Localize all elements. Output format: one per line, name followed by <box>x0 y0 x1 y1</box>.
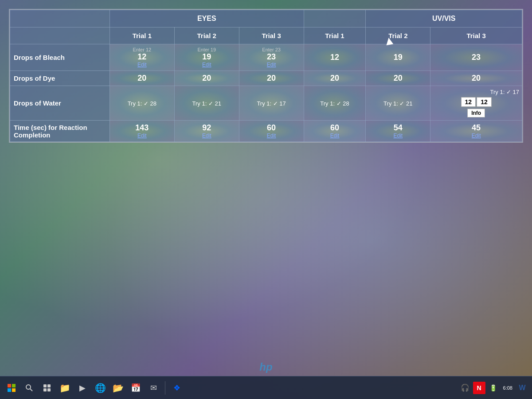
battery-icon[interactable]: 🔋 <box>487 382 500 394</box>
water-uvvis-t1: Try 1: ✓ 28 <box>304 86 366 121</box>
taskbar-separator <box>165 381 165 395</box>
water-uvvis-t3-box1[interactable]: 12 <box>461 97 476 107</box>
time-eyes-t1-edit[interactable]: Edit <box>113 133 171 139</box>
start-button[interactable] <box>4 380 20 396</box>
time-label-line2: Completion <box>14 131 51 139</box>
time-uvvis-t2: 54 Edit <box>366 121 430 142</box>
bleach-eyes-t3-edit[interactable]: Edit <box>243 62 300 68</box>
water-eyes-t2: Try 1: ✓ 21 <box>174 86 239 121</box>
eyes-trial2-header: Trial 2 <box>174 27 239 44</box>
time-eyes-t3-edit[interactable]: Edit <box>243 133 300 139</box>
water-eyes-t2-try: Try 1: ✓ 21 <box>192 100 221 107</box>
bleach-eyes-t3-value: 23 <box>243 52 300 62</box>
time-eyes-t2-edit[interactable]: Edit <box>178 133 235 139</box>
time-uvvis-t3-edit[interactable]: Edit <box>434 133 518 139</box>
svg-rect-2 <box>8 388 11 392</box>
separator-cell <box>304 10 366 27</box>
dye-label: Drops of Dye <box>10 71 110 86</box>
time-uvvis-t2-value: 54 <box>369 123 426 133</box>
time-row: Time (sec) for Reaction Completion 143 E… <box>10 121 522 142</box>
water-uvvis-t3-info[interactable]: Info <box>467 109 485 117</box>
search-taskbar-button[interactable] <box>21 380 37 396</box>
time-uvvis-t1: 60 Edit <box>304 121 366 142</box>
time-uvvis-t3-value: 45 <box>434 123 518 133</box>
bleach-eyes-t2-enter: Enter 19 <box>178 47 235 52</box>
water-uvvis-t3: Try 1: ✓ 17 12 12 Info <box>430 86 522 121</box>
uvvis-trial2-header: Trial 2 <box>366 27 430 44</box>
eyes-group-header: EYES <box>110 10 304 27</box>
bleach-eyes-t1-edit[interactable]: Edit <box>113 62 171 68</box>
svg-rect-6 <box>43 384 47 387</box>
svg-rect-9 <box>47 388 51 391</box>
time-uvvis-t1-value: 60 <box>308 123 362 133</box>
calendar-button[interactable]: 📅 <box>128 380 144 396</box>
dropbox-button[interactable]: ❖ <box>169 380 185 396</box>
dye-uvvis-t1: 20 <box>304 71 366 86</box>
dye-uvvis-t3-value: 20 <box>434 74 518 83</box>
bleach-label: Drops of Bleach <box>10 44 110 71</box>
water-eyes-t3-try: Try 1: ✓ 17 <box>257 100 286 107</box>
time-uvvis-t1-edit[interactable]: Edit <box>308 133 362 139</box>
dye-eyes-t3-value: 20 <box>243 74 300 83</box>
uvvis-group-header: UV/VIS <box>366 10 522 27</box>
water-eyes-t3: Try 1: ✓ 17 <box>239 86 304 121</box>
dye-uvvis-t2: 20 <box>366 71 430 86</box>
file-explorer-button[interactable]: 📁 <box>57 380 73 396</box>
water-uvvis-t1-try: Try 1: ✓ 28 <box>320 100 349 107</box>
water-uvvis-t3-box2[interactable]: 12 <box>477 97 492 107</box>
bleach-uvvis-t3-value: 23 <box>434 53 518 62</box>
bleach-eyes-t3: Enter 23 23 Edit <box>239 44 304 71</box>
time-uvvis-t2-edit[interactable]: Edit <box>369 133 426 139</box>
svg-rect-1 <box>12 384 16 387</box>
time-eyes-t2-value: 92 <box>178 123 235 133</box>
experiment-table: EYES UV/VIS Trial 1 Trial 2 Trial 3 Tria… <box>10 10 522 142</box>
time-eyes-t3: 60 Edit <box>239 121 304 142</box>
netflix-icon[interactable]: N <box>473 382 485 394</box>
word-icon[interactable]: W <box>516 382 528 394</box>
bleach-eyes-t2-edit[interactable]: Edit <box>178 62 235 68</box>
data-table-wrapper: EYES UV/VIS Trial 1 Trial 2 Trial 3 Tria… <box>9 9 523 143</box>
uvvis-trial1-header: Trial 1 <box>304 27 366 44</box>
time-label-line1: Time (sec) for Reaction <box>14 124 87 131</box>
water-uvvis-t2: Try 1: ✓ 21 <box>366 86 430 121</box>
dye-uvvis-t2-value: 20 <box>369 74 426 83</box>
time-eyes-t3-value: 60 <box>243 123 300 133</box>
uvvis-trial3-header: Trial 3 <box>430 27 522 44</box>
headphones-icon[interactable]: 🎧 <box>459 382 471 394</box>
bleach-uvvis-t1-value: 12 <box>308 53 362 62</box>
time-uvvis-t3: 45 Edit <box>430 121 522 142</box>
bleach-eyes-t2-value: 19 <box>178 52 235 62</box>
bleach-uvvis-t2-value: 19 <box>369 53 426 62</box>
water-row: Drops of Water Try 1: ✓ 28 Try 1: ✓ 21 T… <box>10 86 522 121</box>
hp-logo: hp <box>259 361 272 373</box>
water-eyes-t1: Try 1: ✓ 28 <box>110 86 174 121</box>
svg-point-4 <box>26 385 31 389</box>
eyes-trial3-header: Trial 3 <box>239 27 304 44</box>
dye-uvvis-t1-value: 20 <box>308 74 362 83</box>
svg-rect-0 <box>8 384 11 387</box>
water-uvvis-t3-try: Try 1: ✓ 17 <box>433 89 519 95</box>
water-uvvis-t2-try: Try 1: ✓ 21 <box>383 100 412 107</box>
svg-line-5 <box>30 389 32 391</box>
eyes-trial1-header: Trial 1 <box>110 27 174 44</box>
files-button[interactable]: 📂 <box>110 380 126 396</box>
mail-button[interactable]: ✉ <box>145 380 161 396</box>
water-uvvis-t3-boxes: 12 12 <box>433 97 519 107</box>
header-row-corner <box>10 27 110 44</box>
time-eyes-t1: 143 Edit <box>110 121 174 142</box>
dye-eyes-t2: 20 <box>174 71 239 86</box>
time-eyes-t2: 92 Edit <box>174 121 239 142</box>
browser-button[interactable]: 🌐 <box>92 380 108 396</box>
dye-row: Drops of Dye 20 20 20 20 20 <box>10 71 522 86</box>
bleach-uvvis-t3: 23 <box>430 44 522 71</box>
time-eyes-t1-value: 143 <box>113 123 171 133</box>
task-view-button[interactable] <box>39 380 55 396</box>
media-button[interactable]: ▶ <box>74 380 90 396</box>
dye-eyes-t3: 20 <box>239 71 304 86</box>
corner-cell <box>10 10 110 27</box>
taskbar: 📁 ▶ 🌐 📂 📅 ✉ ❖ 🎧 N 🔋 6:08 W <box>0 376 532 399</box>
dye-uvvis-t3: 20 <box>430 71 522 86</box>
dye-eyes-t1: 20 <box>110 71 174 86</box>
water-eyes-t1-try: Try 1: ✓ 28 <box>128 100 156 107</box>
main-container: EYES UV/VIS Trial 1 Trial 2 Trial 3 Tria… <box>9 9 523 355</box>
